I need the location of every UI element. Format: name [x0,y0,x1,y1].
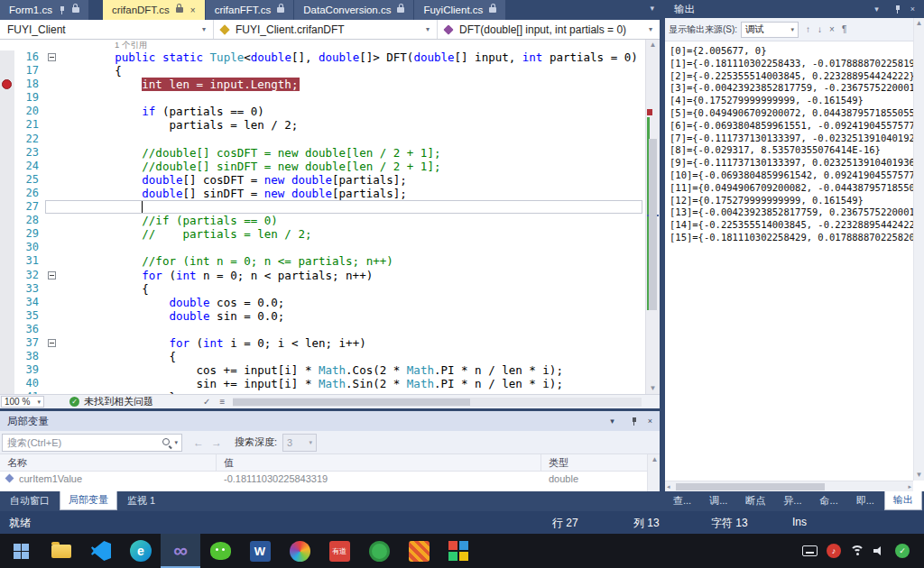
breakpoint-margin[interactable] [0,282,14,296]
breakpoint-margin[interactable] [0,254,14,268]
column-header-type[interactable]: 类型 [541,454,660,471]
column-header-value[interactable]: 值 [217,454,541,471]
visual-studio-icon[interactable]: ∞ [161,534,200,568]
scrollbar-thumb[interactable] [233,399,470,406]
member-dropdown[interactable]: DFT(double[] input, int partials = 0) ▾ [438,20,660,39]
ime-keyboard-icon[interactable] [802,539,818,563]
breakpoint-margin[interactable] [0,309,14,323]
breakpoint-margin[interactable] [0,214,14,227]
breakpoint-margin[interactable] [0,173,14,187]
tiles-app-icon[interactable] [439,534,478,568]
editor-status-icon[interactable]: ≡ [219,397,225,407]
document-tab-crifanfft-cs[interactable]: crifanFFT.cs [206,0,294,20]
document-tab-form1-cs[interactable]: Form1.cs [0,0,88,20]
breakpoint-dot-icon[interactable] [2,79,12,89]
next-message-icon[interactable]: ↓ [818,24,822,34]
search-box[interactable]: ▾ [2,434,182,452]
column-header-name[interactable]: 名称 [0,454,217,471]
pinwheel-icon[interactable] [280,534,319,568]
breakpoint-margin[interactable] [0,160,14,173]
tool-window-tab-7[interactable]: 输出 [884,491,922,510]
debug-window-tab-1[interactable]: 自动窗口 [2,491,58,510]
debug-window-tab-2[interactable]: 局部变量 [60,491,117,510]
editor-horizontal-scrollbar[interactable] [233,398,642,407]
scroll-up-arrow-icon[interactable]: ▲ [914,18,924,29]
scrollbar-thumb[interactable] [649,139,657,310]
fold-collapse-icon[interactable] [48,339,56,347]
tool-window-tab-2[interactable]: 调... [701,491,735,510]
tool-window-tab-6[interactable]: 即... [848,491,882,510]
scroll-right-arrow-icon[interactable]: ▸ [908,481,911,492]
close-icon[interactable]: × [190,5,196,15]
tool-window-tab-3[interactable]: 断点 [737,491,773,510]
breakpoint-margin[interactable] [0,64,14,78]
code-cleanup-icon[interactable]: ✓ [203,397,210,407]
breakpoint-margin[interactable] [0,269,14,282]
breakpoint-margin[interactable] [0,323,14,336]
tool-window-tab-1[interactable]: 查... [665,491,699,510]
search-depth-dropdown[interactable]: 3 ▾ [282,434,317,452]
codelens-references[interactable]: 1 个引用 [0,40,645,50]
navigate-back-icon[interactable]: ← [193,436,204,449]
breakpoint-margin[interactable] [0,363,14,377]
breakpoint-margin[interactable] [0,377,14,390]
document-tab-fuyiclient-cs[interactable]: FuyiClient.cs [414,0,505,20]
output-content[interactable]: [0]={2.005677, 0}[1]={-0.181110302258433… [665,41,913,481]
output-horizontal-scrollbar[interactable]: ◂ ▸ [665,481,913,491]
tool-window-tab-4[interactable]: 异... [775,491,809,510]
breakpoint-margin[interactable] [0,91,14,105]
netease-music-icon[interactable]: ♪ [827,539,841,563]
breakpoint-margin[interactable] [0,146,14,160]
output-source-dropdown[interactable]: 调试 ▾ [741,22,799,38]
code-editor[interactable]: 1 个引用 16 public static Tuple<double[], d… [0,40,660,394]
youdao-dict-icon[interactable]: 有道 [319,534,359,568]
document-list-chevron-icon[interactable]: ▾ [650,4,654,13]
scroll-up-arrow-icon[interactable]: ▲ [646,40,660,50]
breakpoint-margin[interactable] [0,336,14,350]
pin-icon[interactable] [631,417,638,426]
green-app-icon[interactable] [359,534,399,568]
breakpoint-margin[interactable] [0,350,14,363]
word-icon[interactable]: W [240,534,280,568]
pin-icon[interactable] [59,6,66,14]
chevron-down-icon[interactable]: ▾ [874,5,879,14]
scrollbar-thumb[interactable] [676,483,825,490]
document-health-indicator[interactable]: ✓ 未找到相关问题 [69,395,153,408]
fold-collapse-icon[interactable] [48,53,56,61]
breakpoint-margin[interactable] [0,296,14,309]
edge-browser-icon[interactable]: e [121,534,161,568]
scroll-down-arrow-icon[interactable]: ▼ [646,383,660,394]
close-icon[interactable]: × [648,417,652,426]
scroll-up-arrow-icon[interactable]: ▲ [648,454,661,465]
scroll-down-arrow-icon[interactable]: ▼ [914,470,924,481]
start-button[interactable] [0,534,42,568]
file-explorer-icon[interactable] [42,534,81,568]
locals-search-input[interactable] [3,437,162,448]
wifi-icon[interactable] [850,539,864,563]
breakpoint-margin[interactable] [0,187,14,200]
security-icon[interactable] [895,539,910,563]
breakpoint-margin[interactable] [0,105,14,118]
breakpoint-margin[interactable] [0,50,14,64]
fold-collapse-icon[interactable] [48,271,56,279]
word-wrap-icon[interactable]: ¶ [842,24,846,34]
breakpoint-margin[interactable] [0,227,14,241]
stripes-app-icon[interactable] [399,534,439,568]
document-tab-dataconversion-cs[interactable]: DataConversion.cs [294,0,413,20]
locals-row[interactable]: curItem1Value-0.18111030225843319double [0,472,660,485]
chevron-down-icon[interactable]: ▾ [610,417,614,426]
scroll-left-arrow-icon[interactable]: ◂ [667,481,670,492]
breakpoint-margin[interactable] [0,241,14,254]
project-dropdown[interactable]: FUYI_Client ▾ [0,20,214,39]
pin-icon[interactable] [894,5,901,14]
navigate-forward-icon[interactable]: → [211,436,222,449]
breakpoint-margin[interactable] [0,200,14,214]
previous-message-icon[interactable]: ↑ [806,24,810,34]
debug-window-tab-3[interactable]: 监视 1 [119,491,163,510]
volume-icon[interactable] [873,539,886,563]
zoom-control[interactable]: 100 % ▾ [1,396,44,408]
breakpoint-margin[interactable] [0,118,14,132]
breakpoint-margin[interactable] [0,133,14,146]
clear-all-icon[interactable]: × [829,24,835,34]
vscode-icon[interactable] [81,534,121,568]
